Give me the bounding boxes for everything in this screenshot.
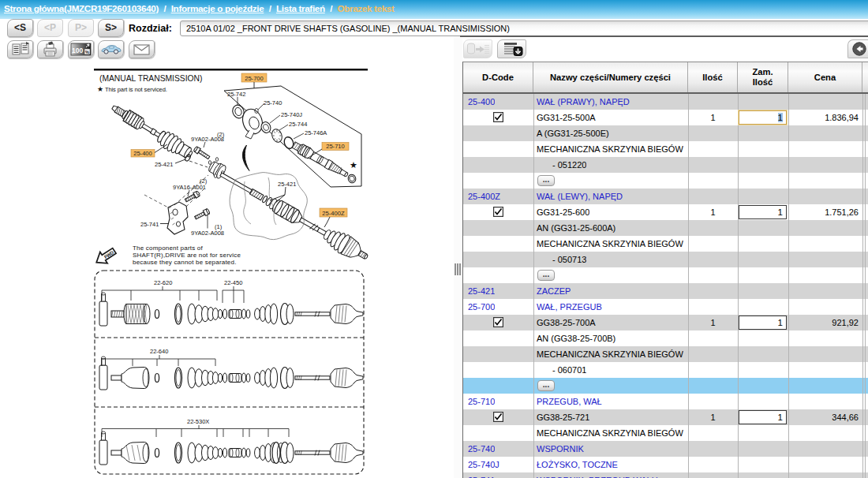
svg-text:25-740J: 25-740J [281, 111, 302, 118]
svg-text:22-530X: 22-530X [187, 418, 209, 425]
svg-text:This part is not serviced.: This part is not serviced. [105, 86, 167, 93]
svg-text:25-400Z: 25-400Z [322, 210, 345, 217]
svg-text:25-710: 25-710 [326, 143, 345, 150]
svg-text:9YA02-A008: 9YA02-A008 [191, 230, 224, 237]
svg-text:25-421: 25-421 [278, 181, 296, 188]
svg-text:9YA02-A008: 9YA02-A008 [191, 136, 224, 143]
svg-text:25-740: 25-740 [264, 99, 282, 106]
svg-text:25-744: 25-744 [289, 121, 307, 128]
svg-text:%: % [85, 50, 89, 54]
svg-text:25-741: 25-741 [140, 221, 159, 228]
svg-text:because they cannot be sep: because they cannot be separated. [133, 259, 237, 266]
svg-text:22-640: 22-640 [150, 348, 168, 355]
svg-text:25-400: 25-400 [133, 150, 152, 157]
svg-text:The component parts of: The component parts of [133, 245, 203, 252]
svg-text:100: 100 [72, 47, 83, 54]
svg-text:22-620: 22-620 [154, 279, 172, 286]
svg-text:★: ★ [97, 85, 103, 93]
svg-text:(MANUAL TRANSMISSION): (MANUAL TRANSMISSION) [99, 74, 202, 83]
svg-text:25-700: 25-700 [245, 75, 264, 82]
svg-text:22-450: 22-450 [224, 279, 242, 286]
svg-text:25-746A: 25-746A [305, 129, 327, 136]
svg-text:25-421: 25-421 [155, 161, 173, 168]
svg-text:9YA16-A001: 9YA16-A001 [173, 184, 206, 191]
svg-text:25-742: 25-742 [227, 91, 245, 98]
svg-text:★: ★ [350, 160, 357, 170]
